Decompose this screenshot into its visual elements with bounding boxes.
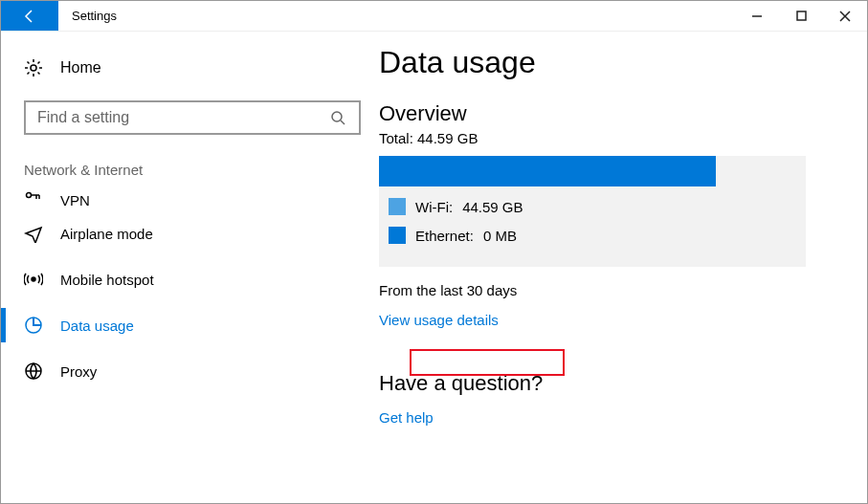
- arrow-left-icon: [21, 8, 38, 25]
- minimize-icon: [751, 11, 763, 22]
- svg-point-3: [27, 193, 32, 198]
- close-icon: [839, 11, 851, 22]
- main-panel: Data usage Overview Total: 44.59 GB Wi-F…: [369, 32, 867, 503]
- ethernet-legend: Ethernet: 0 MB: [389, 227, 806, 244]
- wifi-value: 44.59 GB: [462, 199, 523, 215]
- maximize-button[interactable]: [779, 1, 823, 31]
- back-button[interactable]: [1, 1, 58, 31]
- data-usage-icon: [24, 316, 43, 335]
- search-input[interactable]: [37, 109, 328, 126]
- window-title: Settings: [58, 1, 130, 31]
- gear-icon: [24, 58, 43, 77]
- wifi-legend: Wi-Fi: 44.59 GB: [389, 198, 806, 215]
- sidebar-item-hotspot[interactable]: Mobile hotspot: [1, 256, 346, 302]
- ethernet-swatch: [389, 227, 406, 244]
- page-title: Data usage: [379, 45, 838, 80]
- close-button[interactable]: [823, 1, 867, 31]
- home-nav[interactable]: Home: [24, 58, 346, 77]
- since-label: From the last 30 days: [379, 282, 838, 298]
- view-details-link[interactable]: View usage details: [379, 312, 499, 328]
- svg-point-1: [31, 65, 36, 71]
- sidebar-item-airplane[interactable]: Airplane mode: [1, 210, 346, 256]
- nav-label: Data usage: [60, 318, 134, 334]
- svg-point-2: [332, 112, 342, 121]
- nav-label: Airplane mode: [60, 226, 153, 242]
- nav-label: Proxy: [60, 363, 97, 380]
- search-box[interactable]: [24, 100, 361, 135]
- hotspot-icon: [24, 270, 43, 289]
- wifi-label: Wi-Fi:: [415, 199, 453, 215]
- maximize-icon: [796, 11, 807, 21]
- nav-label: VPN: [60, 192, 90, 208]
- sidebar-item-proxy[interactable]: Proxy: [1, 348, 346, 394]
- airplane-icon: [24, 224, 43, 243]
- section-heading: Network & Internet: [24, 162, 346, 178]
- sidebar-item-vpn[interactable]: VPN: [1, 187, 346, 210]
- svg-point-4: [32, 277, 35, 281]
- vpn-icon: [24, 189, 43, 208]
- overview-heading: Overview: [379, 101, 838, 126]
- usage-bar: [379, 156, 716, 186]
- sidebar: Home Network & Internet VPN Airplane mod…: [1, 32, 369, 503]
- wifi-swatch: [389, 198, 406, 215]
- ethernet-value: 0 MB: [483, 228, 517, 244]
- question-heading: Have a question?: [379, 371, 838, 396]
- nav-label: Mobile hotspot: [60, 272, 154, 288]
- total-label: Total: 44.59 GB: [379, 130, 838, 146]
- svg-rect-0: [797, 11, 806, 20]
- home-label: Home: [60, 59, 101, 77]
- ethernet-label: Ethernet:: [415, 228, 474, 244]
- get-help-link[interactable]: Get help: [379, 409, 434, 426]
- search-icon: [328, 108, 347, 127]
- sidebar-item-data-usage[interactable]: Data usage: [1, 302, 346, 348]
- usage-chart: Wi-Fi: 44.59 GB Ethernet: 0 MB: [379, 156, 806, 267]
- proxy-icon: [24, 362, 43, 381]
- minimize-button[interactable]: [735, 1, 779, 31]
